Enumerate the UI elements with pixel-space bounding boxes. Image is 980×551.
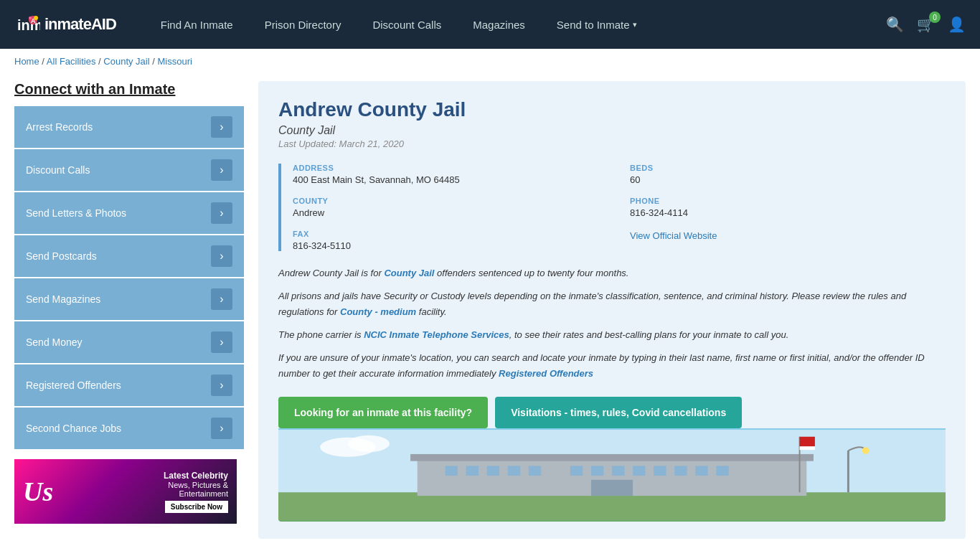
svg-point-4 <box>34 16 38 20</box>
nav-send-to-inmate[interactable]: Send to Inmate ▾ <box>541 0 653 49</box>
visitations-button[interactable]: Visitations - times, rules, Covid cancel… <box>495 397 742 428</box>
nav-find-inmate[interactable]: Find An Inmate <box>145 0 249 49</box>
county-label: COUNTY <box>293 197 608 205</box>
arrow-icon: › <box>211 375 232 396</box>
user-icon: 👤 <box>948 16 966 33</box>
svg-rect-25 <box>591 479 633 495</box>
beds-field: BEDS 60 <box>630 164 946 185</box>
arrow-icon: › <box>211 331 232 353</box>
dropdown-arrow-icon: ▾ <box>633 20 637 29</box>
svg-rect-19 <box>612 466 624 476</box>
breadcrumb: Home / All Facilities / County Jail / Mi… <box>0 49 980 74</box>
desc3: The phone carrier is NCIC Inmate Telepho… <box>278 327 946 343</box>
ncic-link[interactable]: NCIC Inmate Telephone Services <box>364 329 509 340</box>
sidebar-item-send-money[interactable]: Send Money › <box>14 321 244 363</box>
svg-rect-9 <box>278 492 946 520</box>
fax-field: FAX 816-324-5110 <box>293 230 608 251</box>
breadcrumb-all-facilities[interactable]: All Facilities <box>47 56 96 67</box>
nav-prison-directory[interactable]: Prison Directory <box>249 0 357 49</box>
arrow-icon: › <box>211 159 232 181</box>
content-panel: Andrew County Jail County Jail Last Upda… <box>258 81 966 539</box>
beds-value: 60 <box>630 174 946 185</box>
svg-rect-28 <box>800 446 815 450</box>
main-container: Connect with an Inmate Arrest Records › … <box>0 74 980 551</box>
sidebar-item-second-chance-jobs[interactable]: Second Chance Jobs › <box>14 408 244 449</box>
fax-value: 816-324-5110 <box>293 240 608 251</box>
logo-text: inmateAID <box>44 15 116 34</box>
nav-icons: 🔍 🛒 0 👤 <box>886 16 966 33</box>
sidebar-item-send-magazines[interactable]: Send Magazines › <box>14 278 244 320</box>
beds-label: BEDS <box>630 164 946 172</box>
sidebar: Connect with an Inmate Arrest Records › … <box>14 81 244 539</box>
svg-point-5 <box>29 17 32 19</box>
address-field: ADDRESS 400 East Main St, Savannah, MO 6… <box>293 164 608 185</box>
nav-magazines[interactable]: Magazines <box>457 0 541 49</box>
sidebar-item-discount-calls[interactable]: Discount Calls › <box>14 149 244 191</box>
sidebar-menu: Arrest Records › Discount Calls › Send L… <box>14 106 244 449</box>
svg-rect-23 <box>695 466 707 476</box>
action-buttons: Looking for an inmate at this facility? … <box>278 397 946 428</box>
subscribe-button[interactable]: Subscribe Now <box>165 501 228 513</box>
desc1: Andrew County Jail is for County Jail of… <box>278 265 946 281</box>
svg-rect-21 <box>654 466 666 476</box>
svg-point-30 <box>862 447 870 454</box>
phone-label: PHONE <box>630 197 946 205</box>
svg-rect-24 <box>716 466 728 476</box>
cart-button[interactable]: 🛒 0 <box>917 16 935 33</box>
county-jail-link[interactable]: County Jail <box>384 268 434 278</box>
svg-rect-18 <box>591 466 603 476</box>
svg-rect-12 <box>446 466 458 476</box>
arrow-icon: › <box>211 245 232 267</box>
logo[interactable]: inmate A inmateAID <box>14 11 116 37</box>
arrow-icon: › <box>211 202 232 224</box>
svg-rect-13 <box>466 466 479 476</box>
arrow-icon: › <box>211 418 232 439</box>
svg-rect-27 <box>800 436 815 446</box>
nav-discount-calls[interactable]: Discount Calls <box>357 0 457 49</box>
advertisement[interactable]: Us Latest Celebrity News, Pictures & Ent… <box>14 459 237 524</box>
svg-point-8 <box>348 435 390 451</box>
facility-type: County Jail <box>278 124 946 137</box>
sidebar-item-registered-offenders[interactable]: Registered Offenders › <box>14 364 244 406</box>
fax-label: FAX <box>293 230 608 238</box>
svg-rect-15 <box>508 466 520 476</box>
svg-rect-20 <box>633 466 645 476</box>
info-grid: ADDRESS 400 East Main St, Savannah, MO 6… <box>278 164 946 251</box>
sidebar-item-arrest-records[interactable]: Arrest Records › <box>14 106 244 148</box>
breadcrumb-home[interactable]: Home <box>14 56 39 67</box>
view-official-website-link[interactable]: View Official Website <box>630 230 717 241</box>
svg-rect-11 <box>410 454 814 461</box>
desc2: All prisons and jails have Security or C… <box>278 288 946 320</box>
search-button[interactable]: 🔍 <box>886 16 904 33</box>
find-inmate-button[interactable]: Looking for an inmate at this facility? <box>278 397 488 428</box>
ad-text: Latest Celebrity News, Pictures & Entert… <box>164 471 228 513</box>
breadcrumb-missouri[interactable]: Missouri <box>157 56 192 67</box>
breadcrumb-county-jail[interactable]: County Jail <box>103 56 149 67</box>
website-field: View Official Website <box>630 230 946 251</box>
phone-value: 816-324-4114 <box>630 207 946 218</box>
svg-rect-16 <box>529 466 541 476</box>
county-value: Andrew <box>293 207 608 218</box>
search-icon: 🔍 <box>886 16 904 33</box>
ad-logo: Us <box>23 476 53 507</box>
registered-offenders-link[interactable]: Registered Offenders <box>499 368 593 379</box>
arrow-icon: › <box>211 288 232 310</box>
county-medium-link[interactable]: County - medium <box>340 306 416 317</box>
cart-badge: 0 <box>929 11 941 23</box>
svg-rect-14 <box>487 466 499 476</box>
user-button[interactable]: 👤 <box>948 16 966 33</box>
nav-links: Find An Inmate Prison Directory Discount… <box>145 0 886 49</box>
phone-field: PHONE 816-324-4114 <box>630 197 946 218</box>
last-updated: Last Updated: March 21, 2020 <box>278 138 946 149</box>
sidebar-item-send-postcards[interactable]: Send Postcards › <box>14 235 244 277</box>
sidebar-item-send-letters[interactable]: Send Letters & Photos › <box>14 192 244 234</box>
county-field: COUNTY Andrew <box>293 197 608 218</box>
facility-image <box>278 428 946 522</box>
facility-name: Andrew County Jail <box>278 98 946 121</box>
address-label: ADDRESS <box>293 164 608 172</box>
address-value: 400 East Main St, Savannah, MO 64485 <box>293 174 608 185</box>
arrow-icon: › <box>211 116 232 138</box>
svg-rect-22 <box>674 466 687 476</box>
sidebar-title: Connect with an Inmate <box>14 81 244 98</box>
navigation: inmate A inmateAID Find An Inmate Prison… <box>0 0 980 49</box>
